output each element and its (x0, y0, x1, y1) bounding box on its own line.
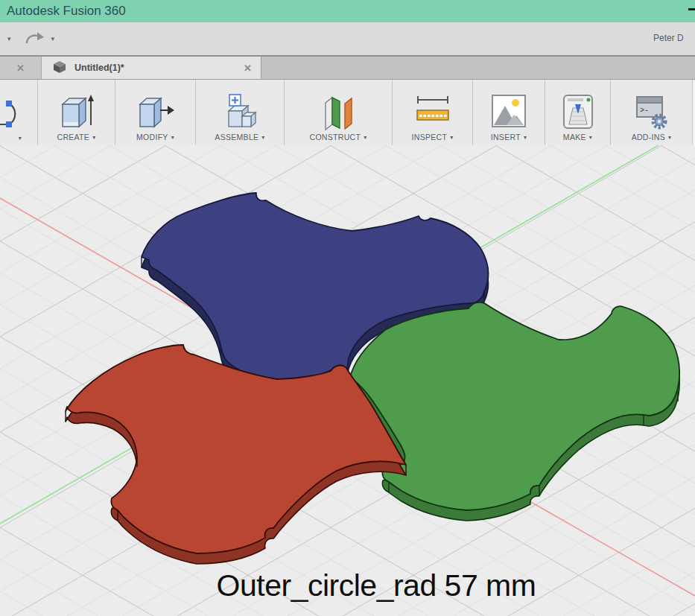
ribbon-toolbar: ▾ CREATE▾ (0, 80, 695, 145)
svg-text:>-: >- (640, 107, 649, 115)
make-3d-print-icon (558, 91, 598, 133)
dropdown-caret-icon: ▾ (261, 134, 264, 141)
redo-dropdown-caret-icon[interactable]: ▾ (51, 35, 55, 42)
dropdown-caret-icon: ▾ (92, 134, 95, 141)
app-title: Autodesk Fusion 360 (7, 4, 126, 18)
addins-script-gear-icon: >- (632, 91, 672, 133)
inspect-measure-icon (413, 91, 453, 133)
ribbon-label: MODIFY (136, 133, 168, 142)
ribbon-group-construct[interactable]: CONSTRUCT▾ (285, 80, 393, 145)
ribbon-group-inspect[interactable]: INSPECT▾ (393, 80, 473, 145)
create-extrude-icon (57, 91, 97, 133)
document-tab-title: Untitled(1)* (74, 63, 236, 73)
model-viewport-canvas[interactable]: Outer_circle_rad 57 mm (0, 145, 695, 616)
dropdown-caret-icon: ▾ (19, 135, 22, 142)
dropdown-caret-icon: ▾ (589, 134, 592, 141)
dropdown-caret-icon: ▾ (668, 134, 671, 141)
assemble-components-icon (220, 91, 260, 133)
dropdown-caret-icon: ▾ (450, 134, 453, 141)
ribbon-label: MAKE (563, 133, 586, 142)
document-tab[interactable]: Untitled(1)* ✕ (42, 57, 261, 79)
close-all-tabs-button[interactable]: ✕ (0, 57, 42, 79)
construct-plane-icon (318, 91, 358, 133)
ribbon-label: CREATE (57, 133, 90, 142)
title-bar: Autodesk Fusion 360 (0, 0, 695, 22)
ribbon-group-make[interactable]: MAKE▾ (545, 80, 611, 145)
ribbon-group-insert[interactable]: INSERT▾ (473, 80, 545, 145)
user-account-label[interactable]: Peter D (653, 33, 684, 43)
dropdown-caret-icon: ▾ (364, 134, 366, 141)
ribbon-group-create[interactable]: CREATE▾ (38, 80, 115, 145)
ribbon-label: ASSEMBLE (215, 133, 258, 142)
ribbon-group-modify[interactable]: MODIFY▾ (115, 80, 196, 145)
undo-dropdown-caret-icon[interactable]: ▾ (7, 35, 11, 42)
minimize-icon[interactable] (688, 8, 695, 10)
document-tab-bar: ✕ Untitled(1)* ✕ (0, 55, 695, 80)
fusion360-window: Autodesk Fusion 360 ▾ ▾ Peter D ✕ Untitl… (0, 0, 695, 616)
quick-access-toolbar: ▾ ▾ Peter D (0, 22, 695, 55)
tab-bar-empty-area (261, 57, 695, 79)
ribbon-label: INSERT (491, 133, 521, 142)
document-cube-icon (52, 60, 67, 76)
ribbon-group-addins[interactable]: >- ADD-INS▾ (611, 80, 693, 145)
sketch-spline-icon (0, 93, 38, 135)
dropdown-caret-icon: ▾ (524, 134, 527, 141)
insert-image-icon (489, 91, 529, 133)
ribbon-label: INSPECT (412, 133, 448, 142)
modify-press-pull-icon (136, 91, 176, 133)
viewport-scene (0, 145, 695, 616)
ribbon-label: CONSTRUCT (310, 133, 361, 142)
ribbon-group-sketch[interactable]: ▾ (0, 80, 38, 145)
tab-close-icon[interactable]: ✕ (244, 63, 252, 74)
ribbon-group-assemble[interactable]: ASSEMBLE▾ (196, 80, 285, 145)
parameter-annotation: Outer_circle_rad 57 mm (153, 568, 600, 603)
dropdown-caret-icon: ▾ (171, 134, 174, 141)
redo-icon[interactable] (23, 29, 45, 48)
ribbon-label: ADD-INS (632, 133, 665, 142)
